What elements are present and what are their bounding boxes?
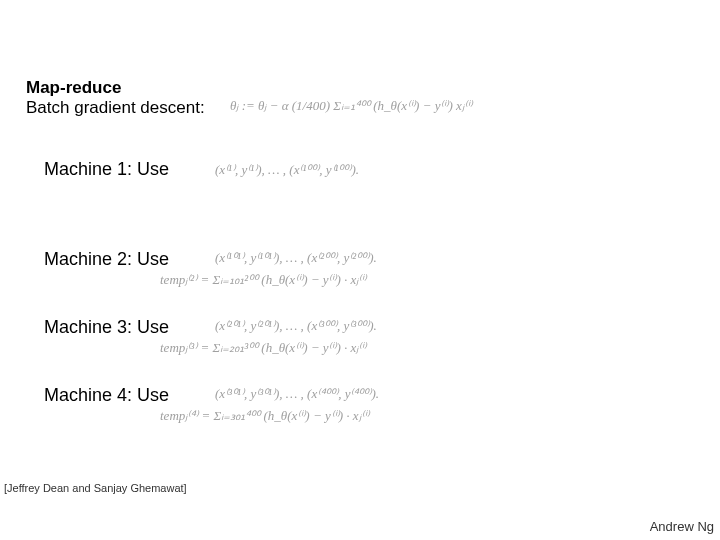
machine-4-label: Machine 4: Use [44,384,169,406]
heading-title: Map-reduce [26,78,121,97]
machine-4-temp: tempⱼ⁽⁴⁾ = Σᵢ₌₃₀₁⁴⁰⁰ (h_θ(x⁽ⁱ⁾) − y⁽ⁱ⁾) … [160,408,369,424]
citation: [Jeffrey Dean and Sanjay Ghemawat] [4,482,187,494]
machine-4-range: (x⁽³⁰¹⁾, y⁽³⁰¹⁾), … , (x⁽⁴⁰⁰⁾, y⁽⁴⁰⁰⁾). [215,386,379,402]
machine-3-temp: tempⱼ⁽³⁾ = Σᵢ₌₂₀₁³⁰⁰ (h_θ(x⁽ⁱ⁾) − y⁽ⁱ⁾) … [160,340,366,356]
machine-1-range: (x⁽¹⁾, y⁽¹⁾), … , (x⁽¹⁰⁰⁾, y⁽¹⁰⁰⁾). [215,162,359,178]
machine-2-temp: tempⱼ⁽²⁾ = Σᵢ₌₁₀₁²⁰⁰ (h_θ(x⁽ⁱ⁾) − y⁽ⁱ⁾) … [160,272,366,288]
formula-gradient-update: θⱼ := θⱼ − α (1/400) Σᵢ₌₁⁴⁰⁰ (h_θ(x⁽ⁱ⁾) … [230,98,472,114]
machine-3-label: Machine 3: Use [44,316,169,338]
machine-1-label: Machine 1: Use [44,158,169,180]
author-credit: Andrew Ng [650,519,714,534]
slide-heading: Map-reduce Batch gradient descent: [26,78,205,118]
slide: Map-reduce Batch gradient descent: θⱼ :=… [0,0,720,540]
machine-2-range: (x⁽¹⁰¹⁾, y⁽¹⁰¹⁾), … , (x⁽²⁰⁰⁾, y⁽²⁰⁰⁾). [215,250,377,266]
machine-2-label: Machine 2: Use [44,248,169,270]
heading-subtitle: Batch gradient descent: [26,98,205,117]
machine-3-range: (x⁽²⁰¹⁾, y⁽²⁰¹⁾), … , (x⁽³⁰⁰⁾, y⁽³⁰⁰⁾). [215,318,377,334]
